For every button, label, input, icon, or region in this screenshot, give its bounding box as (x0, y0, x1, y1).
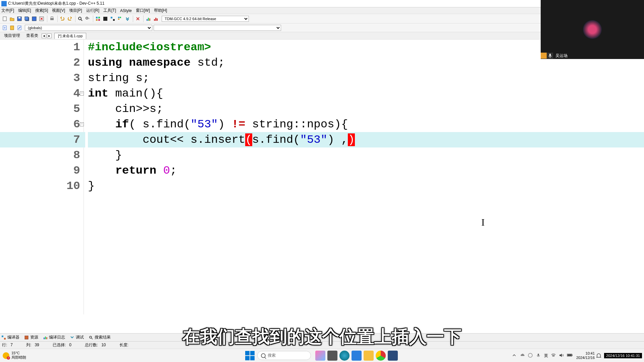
tab-nav-prev[interactable]: ◄ (42, 34, 46, 38)
rebuild-icon[interactable] (117, 15, 123, 22)
print-icon[interactable] (49, 15, 55, 22)
start-button[interactable] (245, 351, 255, 360)
sidebar-tab-project[interactable]: 项目管理 (1, 32, 23, 39)
svg-rect-41 (572, 355, 573, 356)
menu-project[interactable]: 项目[P] (69, 8, 82, 13)
bottom-tab-compiler[interactable]: 编译器 (1, 335, 19, 340)
globals-select[interactable]: (globals) (25, 25, 152, 31)
bottom-tab-search-results[interactable]: 搜索结果 (89, 335, 111, 340)
menu-view[interactable]: 视图[V] (52, 8, 65, 13)
tray-ime[interactable]: 英 (544, 353, 548, 358)
open-file-icon[interactable] (9, 15, 15, 22)
svg-rect-39 (538, 354, 539, 356)
svg-rect-24 (154, 19, 155, 21)
find-icon[interactable] (77, 15, 84, 22)
tray-battery-icon[interactable] (567, 353, 572, 358)
code-line: return 0; (88, 163, 644, 178)
resources-tab-icon (24, 335, 29, 340)
profile-icon[interactable] (145, 15, 152, 22)
code-line: cin>>s; (88, 101, 644, 117)
code-editor[interactable]: 1 2 3 4 5 6 7 8 9 10 − − #include<iostre… (0, 40, 644, 314)
menu-run[interactable]: 运行[R] (86, 8, 99, 13)
weather-temp: 15°C (11, 351, 26, 355)
compile-icon[interactable] (95, 15, 101, 22)
taskbar-app-devcpp[interactable] (388, 351, 398, 361)
bottom-tab-debug[interactable]: 调试 (70, 335, 84, 340)
taskbar-search[interactable]: 搜索 (257, 351, 311, 360)
text-cursor-icon (481, 217, 482, 227)
menu-search[interactable]: 搜索[S] (35, 8, 48, 13)
sidebar-tab-classes[interactable]: 查看类 (23, 32, 41, 39)
svg-rect-17 (113, 19, 115, 21)
fold-toggle-icon[interactable]: − (80, 122, 84, 126)
close-file-icon[interactable] (38, 15, 45, 22)
tray-wifi-icon[interactable] (551, 353, 556, 358)
redo-icon[interactable] (66, 15, 73, 22)
stop-icon[interactable] (135, 15, 141, 22)
debug-icon[interactable] (124, 15, 131, 22)
compiler-select[interactable]: TDM-GCC 4.9.2 64-bit Release (162, 16, 249, 22)
bottom-tab-resources[interactable]: 资源 (24, 335, 38, 340)
svg-rect-0 (3, 17, 6, 21)
menu-file[interactable]: 文件[F] (1, 8, 14, 13)
save-as-icon[interactable] (31, 15, 38, 22)
new-file-icon[interactable] (1, 15, 8, 22)
svg-rect-31 (4, 338, 6, 340)
search-icon (261, 353, 266, 358)
toolbar-separator (57, 15, 58, 22)
taskbar-app-explorer[interactable] (327, 351, 337, 361)
svg-rect-18 (118, 17, 119, 18)
search-placeholder: 搜索 (268, 353, 276, 358)
tray-clock[interactable]: 10:41 2024/12/16 (576, 351, 595, 359)
menu-edit[interactable]: 编辑[E] (18, 8, 31, 13)
tray-app-icon[interactable] (528, 353, 533, 358)
line-number: 1 (0, 40, 80, 55)
tray-microphone-icon[interactable] (536, 353, 541, 358)
tray-onedrive-icon[interactable] (520, 353, 525, 358)
taskbar-app-meeting[interactable] (352, 351, 362, 361)
taskbar-app-files[interactable] (364, 351, 374, 361)
status-line: 行: 7 (2, 342, 13, 348)
tray-volume-icon[interactable] (559, 353, 564, 358)
taskbar-app-copilot[interactable] (315, 351, 325, 361)
run-icon[interactable] (102, 15, 109, 22)
fold-toggle-icon[interactable]: − (80, 92, 84, 96)
delete-profile-icon[interactable] (152, 15, 159, 22)
taskbar-app-chrome[interactable] (376, 351, 386, 361)
menu-window[interactable]: 窗口[W] (136, 8, 150, 13)
compile-run-icon[interactable] (109, 15, 116, 22)
taskbar-app-edge[interactable] (339, 351, 350, 361)
menu-tools[interactable]: 工具[T] (103, 8, 116, 13)
svg-rect-33 (44, 338, 45, 339)
tray-chevron-icon[interactable] (512, 353, 517, 358)
svg-point-38 (528, 353, 532, 357)
svg-rect-20 (118, 18, 119, 20)
menu-help[interactable]: 帮助[H] (154, 8, 167, 13)
toolbar-separator (75, 15, 75, 22)
save-all-icon[interactable] (23, 15, 30, 22)
tray-notifications-icon[interactable] (596, 353, 601, 358)
app-icon (1, 1, 7, 6)
undo-icon[interactable] (59, 15, 66, 22)
bottom-tab-compile-log[interactable]: 编译日志 (43, 335, 65, 340)
svg-rect-8 (51, 17, 53, 18)
save-icon[interactable] (16, 15, 23, 22)
menu-astyle[interactable]: AStyle (120, 8, 132, 13)
goto-icon[interactable] (16, 24, 23, 31)
svg-rect-30 (2, 336, 3, 337)
bookmark-icon[interactable] (9, 24, 15, 31)
svg-rect-37 (549, 54, 551, 56)
new-source-icon[interactable] (1, 24, 8, 31)
taskbar-weather[interactable]: 15°C 局部晴朗 (0, 351, 29, 360)
function-select[interactable] (154, 25, 281, 31)
svg-point-36 (90, 336, 92, 338)
file-tab[interactable]: [*] 未命名1.cpp (54, 33, 86, 39)
code-line-current: cout<< s.insert(s.find("53") ,) (88, 132, 644, 147)
code-text-area[interactable]: #include<iostream> using namespace std; … (88, 40, 644, 314)
tab-nav-next[interactable]: ► (47, 34, 52, 38)
svg-rect-21 (147, 19, 148, 21)
video-subtitle: 在我们查找到的这个位置上插入一下 (182, 325, 462, 349)
video-call-overlay[interactable]: 吴运场 (541, 0, 644, 59)
line-number: 10 (0, 178, 80, 194)
replace-icon[interactable] (84, 15, 91, 22)
